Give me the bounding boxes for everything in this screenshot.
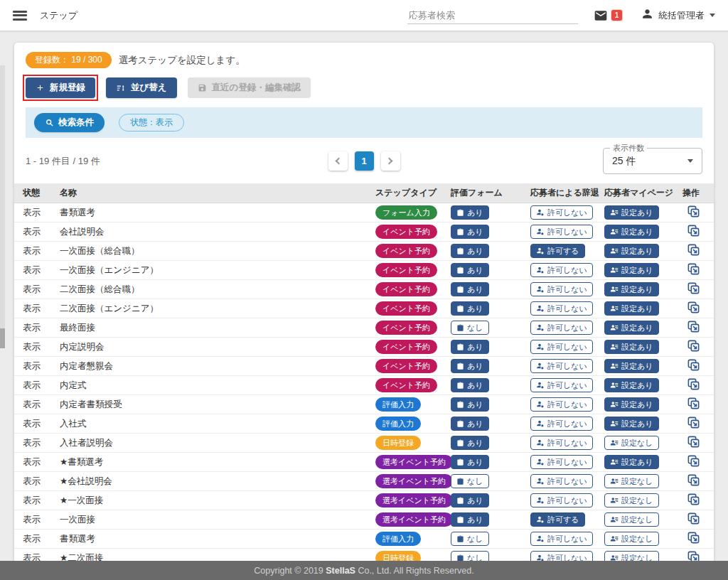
copy-step-button[interactable] (687, 224, 700, 237)
hamburger-menu-icon[interactable] (13, 11, 27, 21)
decline-badge: 許可しない (530, 474, 593, 488)
mypage-label: 設定あり (621, 342, 653, 352)
copy-icon (687, 205, 700, 218)
person-decline-icon (536, 381, 545, 390)
copy-step-button[interactable] (687, 339, 700, 353)
user-menu[interactable]: 統括管理者 (641, 7, 715, 23)
table-row: 表示 書類選考 フォーム入力 あり 許可しない 設定あり (14, 203, 714, 222)
search-conditions-button[interactable]: 検索条件 (34, 113, 105, 132)
applicant-search-field[interactable] (407, 7, 578, 24)
step-type-pill: フォーム入力 (375, 205, 437, 220)
step-type-pill: イベント予約 (375, 359, 437, 373)
copy-step-button[interactable] (687, 320, 700, 333)
table-row: 表示 ★書類選考 選考イベント予約 あり 許可しない 設定あり (14, 453, 714, 472)
copy-step-button[interactable] (687, 243, 700, 257)
result-range-text: 1 - 19 件目 / 19 件 (26, 155, 328, 168)
row-status: 表示 (14, 299, 54, 318)
page-size-select[interactable]: 表示件数 25 件 (603, 148, 702, 174)
copy-step-button[interactable] (687, 205, 700, 218)
decline-label: 許可しない (547, 304, 587, 313)
copy-step-button[interactable] (687, 397, 700, 410)
table-row: 表示 二次面接（エンジニア） イベント予約 あり 許可しない 設定あり (14, 299, 714, 318)
eval-form-label: あり (467, 399, 483, 409)
scrollbar-thumb[interactable] (0, 328, 5, 348)
table-row: 表示 一次面接（総合職） イベント予約 あり 許可する 設定あり (14, 242, 714, 261)
row-name: ★会社説明会 (54, 472, 374, 491)
person-decline-icon (536, 285, 545, 294)
decline-label: 許可しない (547, 438, 587, 448)
reorder-button[interactable]: 並び替え (106, 77, 177, 98)
eval-form-badge: あり (451, 225, 489, 239)
clipboard-icon (456, 497, 464, 505)
row-status: 表示 (14, 280, 54, 299)
row-status: 表示 (14, 357, 54, 376)
save-icon (198, 83, 207, 92)
person-list-icon (610, 304, 619, 313)
copy-step-button[interactable] (687, 512, 700, 525)
prev-page-button[interactable] (328, 151, 348, 171)
mypage-badge: 設定なし (604, 474, 659, 488)
steps-table: 状態 名称 ステップタイプ 評価フォーム 応募者による辞退 応募者マイページ 操… (14, 183, 714, 568)
mypage-badge: 設定あり (604, 359, 659, 373)
step-type-pill: イベント予約 (375, 321, 437, 335)
mypage-label: 設定なし (621, 476, 653, 486)
table-row: 表示 内定者書類授受 評価入力 あり 許可しない 設定あり (14, 395, 714, 414)
eval-form-badge: あり (451, 301, 489, 316)
mypage-badge: 設定あり (604, 205, 659, 220)
eval-form-badge: あり (451, 359, 489, 373)
row-status: 表示 (14, 472, 54, 491)
person-decline-icon (536, 343, 545, 351)
table-row: 表示 内定者懇親会 イベント予約 あり 許可しない 設定あり (14, 357, 714, 376)
copy-step-button[interactable] (687, 473, 700, 487)
mypage-label: 設定あり (621, 304, 653, 313)
eval-form-badge: あり (451, 493, 489, 508)
copy-step-button[interactable] (687, 358, 700, 372)
mail-icon[interactable] (594, 9, 608, 23)
copy-step-button[interactable] (687, 281, 700, 295)
decline-badge: 許可しない (530, 205, 593, 220)
page-size-value: 25 件 (612, 155, 682, 168)
copy-step-button[interactable] (687, 435, 700, 449)
person-decline-icon (536, 208, 545, 217)
copy-step-button[interactable] (687, 301, 700, 314)
new-registration-button[interactable]: 新規登録 (26, 77, 95, 98)
table-header-row: 状態 名称 ステップタイプ 評価フォーム 応募者による辞退 応募者マイページ 操… (14, 183, 714, 203)
clipboard-icon (456, 420, 464, 428)
copy-icon (687, 435, 700, 449)
mypage-label: 設定あり (621, 284, 653, 294)
eval-form-badge: あり (451, 205, 489, 220)
left-scrollbar[interactable] (0, 65, 5, 348)
applicant-search-input[interactable] (407, 7, 578, 24)
mypage-label: 設定あり (621, 246, 653, 256)
person-decline-icon (536, 247, 545, 255)
decline-label: 許可しない (547, 227, 587, 237)
copy-step-button[interactable] (687, 416, 700, 429)
row-status: 表示 (14, 318, 54, 338)
next-page-button[interactable] (381, 151, 400, 171)
copy-step-button[interactable] (687, 377, 700, 391)
plus-icon (36, 83, 45, 92)
copy-step-button[interactable] (687, 262, 700, 276)
eval-form-badge: なし (451, 474, 489, 488)
eval-form-label: あり (467, 457, 483, 467)
copy-step-button[interactable] (687, 493, 700, 506)
copy-step-button[interactable] (687, 454, 700, 468)
step-type-pill: イベント予約 (375, 301, 437, 316)
mypage-badge: 設定あり (604, 263, 659, 277)
status-filter-chip[interactable]: 状態：表示 (119, 114, 184, 131)
table-row: 表示 ★一次面接 選考イベント予約 あり 許可しない 設定なし (14, 491, 714, 510)
mypage-label: 設定なし (621, 534, 653, 544)
person-list-icon (610, 477, 619, 485)
eval-form-label: なし (467, 323, 483, 333)
copy-icon (687, 301, 700, 314)
registration-count-badge: 登録数： 19 / 300 (26, 52, 112, 68)
copy-step-button[interactable] (687, 531, 700, 544)
page-1-button[interactable]: 1 (355, 151, 374, 171)
person-list-icon (610, 515, 619, 524)
eval-form-label: あり (467, 284, 483, 294)
row-name: ★一次面接 (54, 491, 374, 510)
person-list-icon (610, 496, 619, 505)
step-type-pill: イベント予約 (375, 378, 437, 392)
decline-label: 許可しない (547, 342, 587, 352)
copy-icon (687, 473, 700, 487)
